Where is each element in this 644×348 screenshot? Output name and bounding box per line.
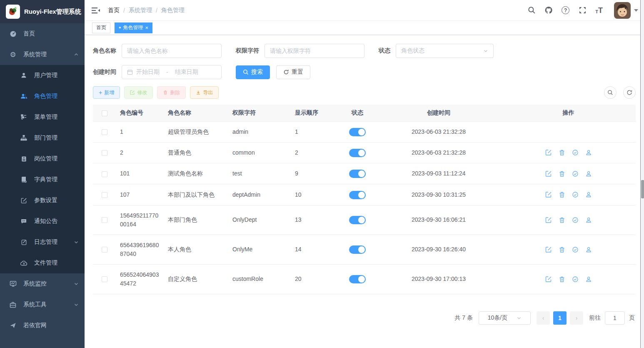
- dashboard-icon: [9, 30, 17, 38]
- row-assign-user-icon[interactable]: [585, 170, 592, 177]
- row-delete-icon[interactable]: [559, 170, 565, 177]
- row-check-icon[interactable]: [572, 276, 579, 283]
- prev-page-button[interactable]: ‹: [537, 311, 550, 325]
- row-checkbox[interactable]: [102, 217, 107, 223]
- page-number-1[interactable]: 1: [553, 311, 567, 325]
- row-checkbox[interactable]: [102, 129, 107, 135]
- sidebar-item-param-settings[interactable]: 参数设置: [0, 190, 85, 211]
- modify-button[interactable]: 修改: [124, 86, 153, 99]
- status-toggle[interactable]: [349, 170, 366, 178]
- status-select[interactable]: 角色状态: [396, 44, 494, 58]
- user-menu[interactable]: [614, 2, 638, 19]
- font-size-icon[interactable]: TT: [595, 7, 603, 14]
- date-range-picker[interactable]: 开始日期 - 结束日期: [122, 65, 222, 79]
- navbar-actions: ? TT: [527, 2, 638, 19]
- status-toggle[interactable]: [349, 275, 366, 283]
- row-checkbox[interactable]: [102, 150, 107, 156]
- search-button[interactable]: 搜索: [236, 65, 270, 79]
- logo-row[interactable]: Ruoyi-Flex管理系统: [0, 0, 85, 23]
- refresh-table-button[interactable]: [623, 86, 636, 99]
- row-checkbox[interactable]: [102, 171, 107, 177]
- add-button[interactable]: + 新增: [93, 86, 120, 99]
- row-assign-user-icon[interactable]: [585, 149, 592, 156]
- row-edit-icon[interactable]: [545, 170, 552, 177]
- row-delete-icon[interactable]: [559, 276, 565, 283]
- sidebar-item-menu-management[interactable]: 菜单管理: [0, 107, 85, 128]
- delete-button[interactable]: 删除: [157, 86, 186, 99]
- next-page-button[interactable]: ›: [570, 311, 583, 325]
- row-edit-icon[interactable]: [545, 191, 552, 198]
- status-select-placeholder: 角色状态: [401, 47, 424, 55]
- export-button[interactable]: 导出: [190, 86, 219, 99]
- scrollbar-thumb[interactable]: [641, 180, 644, 198]
- perm-field-group: 权限字符: [236, 44, 364, 58]
- status-toggle[interactable]: [349, 128, 366, 136]
- row-edit-icon[interactable]: [545, 217, 552, 223]
- window-scrollbar[interactable]: [640, 0, 644, 348]
- cell-role-name: 本人角色: [164, 235, 228, 264]
- show-search-toggle-button[interactable]: [604, 86, 617, 99]
- row-delete-icon[interactable]: [559, 246, 565, 253]
- row-check-icon[interactable]: [572, 246, 579, 253]
- header-search-icon[interactable]: [527, 6, 536, 15]
- sidebar-item-label: 若依官网: [23, 322, 79, 329]
- font-size-small-glyph: T: [595, 9, 598, 14]
- row-checkbox[interactable]: [102, 247, 107, 253]
- row-check-icon[interactable]: [572, 170, 579, 177]
- reset-button[interactable]: 重置: [276, 65, 310, 79]
- page-size-select[interactable]: 10条/页: [479, 311, 531, 325]
- status-toggle[interactable]: [349, 245, 366, 254]
- cell-order: 9: [291, 163, 339, 184]
- row-delete-icon[interactable]: [559, 217, 565, 223]
- sidebar-item-user-management[interactable]: 用户管理: [0, 65, 85, 86]
- row-assign-user-icon[interactable]: [585, 246, 592, 253]
- sidebar-item-log-management[interactable]: 日志管理: [0, 232, 85, 253]
- row-edit-icon[interactable]: [545, 246, 552, 253]
- sidebar-item-system-tools[interactable]: 系统工具: [0, 294, 85, 315]
- fullscreen-icon[interactable]: [578, 6, 587, 15]
- select-all-checkbox[interactable]: [102, 110, 107, 116]
- row-assign-user-icon[interactable]: [585, 276, 592, 283]
- cell-actions: [501, 121, 636, 142]
- row-assign-user-icon[interactable]: [585, 191, 592, 198]
- sidebar-item-label: 文件管理: [34, 259, 79, 267]
- goto-page-input[interactable]: [605, 311, 625, 325]
- sidebar-item-home[interactable]: 首页: [0, 23, 85, 44]
- tab-home[interactable]: 首页: [92, 23, 110, 33]
- sidebar-item-system-monitor[interactable]: 系统监控: [0, 273, 85, 294]
- sidebar-item-role-management[interactable]: 角色管理: [0, 86, 85, 107]
- github-icon[interactable]: [544, 6, 553, 15]
- sidebar-item-official-site[interactable]: 若依官网: [0, 315, 85, 336]
- status-toggle[interactable]: [349, 149, 366, 157]
- row-edit-icon[interactable]: [545, 276, 552, 283]
- row-edit-icon[interactable]: [545, 149, 552, 156]
- row-checkbox[interactable]: [102, 192, 107, 198]
- sidebar-item-dict-management[interactable]: 字典管理: [0, 169, 85, 190]
- avatar[interactable]: [614, 2, 631, 19]
- chevron-down-icon: [74, 302, 79, 307]
- tab-role-management[interactable]: ● 角色管理 ×: [115, 23, 152, 33]
- row-delete-icon[interactable]: [559, 191, 565, 198]
- status-toggle[interactable]: [349, 216, 366, 224]
- main-area: 首页 / 系统管理 / 角色管理 ? TT: [85, 0, 644, 348]
- cell-perm: OnlyMe: [228, 235, 291, 264]
- row-delete-icon[interactable]: [559, 149, 565, 156]
- breadcrumb-home[interactable]: 首页: [108, 7, 120, 14]
- perm-input[interactable]: [270, 48, 359, 54]
- sidebar-collapse-icon[interactable]: [91, 6, 100, 15]
- sidebar-item-file-management[interactable]: 文件管理: [0, 253, 85, 273]
- close-icon[interactable]: ×: [145, 25, 148, 30]
- row-check-icon[interactable]: [572, 217, 579, 223]
- help-icon[interactable]: ?: [562, 6, 569, 14]
- row-check-icon[interactable]: [572, 149, 579, 156]
- row-check-icon[interactable]: [572, 191, 579, 198]
- sidebar-item-post-management[interactable]: 岗位管理: [0, 148, 85, 169]
- row-checkbox[interactable]: [102, 276, 107, 282]
- status-toggle[interactable]: [349, 191, 366, 199]
- row-assign-user-icon[interactable]: [585, 217, 592, 223]
- plus-icon: +: [99, 90, 102, 95]
- sidebar-item-system-management[interactable]: ⚙ 系统管理: [0, 44, 85, 65]
- sidebar-item-dept-management[interactable]: 部门管理: [0, 128, 85, 148]
- sidebar-item-notice[interactable]: 通知公告: [0, 211, 85, 232]
- role-name-input[interactable]: [127, 48, 216, 54]
